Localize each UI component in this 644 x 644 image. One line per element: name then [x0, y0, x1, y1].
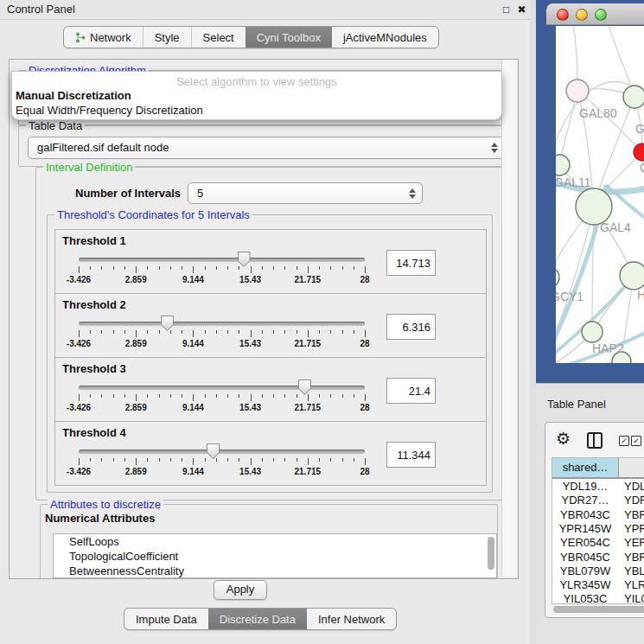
tick-mark [330, 394, 331, 398]
cell-name[interactable]: YBR0 [624, 551, 644, 564]
tab-cyni-toolbox[interactable]: Cyni Toolbox [245, 27, 332, 48]
node-gcy1[interactable] [556, 267, 559, 288]
node-gal11[interactable] [556, 155, 570, 175]
panel-title: Control Panel [7, 3, 75, 16]
slider-thumb[interactable] [207, 443, 220, 459]
split-columns-icon[interactable] [587, 432, 603, 449]
cell-shared-name[interactable]: YDL19… [552, 480, 618, 493]
node[interactable] [620, 262, 644, 290]
cell-name[interactable]: YDR2 [624, 494, 644, 507]
column-header-name[interactable]: na [619, 458, 644, 479]
network-edge[interactable] [592, 207, 594, 332]
tab-jactivemnodules[interactable]: jActiveMNodules [332, 27, 438, 48]
node-table[interactable]: shared… na YDL19…YDL1YDR27…YDR2YBR043CYB… [552, 457, 644, 604]
cell-name[interactable]: YER0 [624, 536, 644, 549]
gear-icon[interactable]: ⚙ [556, 430, 571, 449]
popup-option-equal-width-frequency[interactable]: Equal Width/Frequency Discretization [16, 104, 203, 117]
number-of-intervals-combobox[interactable]: 5 [188, 182, 423, 204]
split-pane-divider[interactable] [530, 0, 536, 644]
close-traffic-icon[interactable] [557, 9, 569, 21]
table-hscrollbar-thumb[interactable] [553, 606, 644, 613]
tab-select[interactable]: Select [191, 27, 245, 48]
tick-mark [330, 266, 331, 270]
column-header-shared-name[interactable]: shared… [552, 458, 619, 479]
cell-shared-name[interactable]: YLR345W [552, 578, 618, 591]
slider-thumb[interactable] [238, 252, 251, 267]
cell-name[interactable]: YLR3 [624, 578, 644, 591]
popup-option-manual-discretization[interactable]: Manual Discretization [16, 89, 131, 102]
attribute-item-topologicalcoefficient[interactable]: TopologicalCoefficient [54, 549, 496, 564]
cell-name[interactable]: YIL0 [624, 592, 644, 604]
minimize-traffic-icon[interactable] [576, 9, 588, 21]
cell-shared-name[interactable]: YBR045C [552, 551, 618, 564]
slider-track[interactable] [79, 450, 365, 454]
node[interactable] [623, 86, 644, 108]
apply-button[interactable]: Apply [214, 580, 267, 600]
slider-track[interactable] [79, 386, 365, 390]
network-window-titlebar[interactable] [546, 3, 644, 25]
threshold-value-field[interactable] [386, 378, 436, 404]
threshold-slider[interactable]: -3.4262.8599.14415.4321.71528 [79, 381, 365, 412]
list-scrollbar[interactable] [488, 537, 494, 570]
network-edge[interactable] [573, 26, 577, 80]
tab-infer-network[interactable]: Infer Network [307, 609, 396, 629]
zoom-traffic-icon[interactable] [595, 9, 607, 21]
tab-network[interactable]: Network [64, 27, 143, 48]
tab-label: Select [203, 31, 234, 44]
slider-track[interactable] [79, 322, 365, 326]
select-columns-icon[interactable]: ✓ [619, 436, 629, 446]
table-row[interactable]: YDL19…YDL1 [552, 480, 644, 494]
tick-mark [136, 330, 137, 337]
threshold-slider[interactable]: -3.4262.8599.14415.4321.71528 [79, 253, 365, 284]
attribute-item-betweennesscentrality[interactable]: BetweennessCentrality [54, 564, 496, 578]
slider-thumb[interactable] [298, 379, 311, 395]
cell-shared-name[interactable]: YER054C [552, 536, 618, 549]
float-window-icon[interactable]: □ [500, 3, 513, 16]
cell-name[interactable]: YPR1 [624, 522, 644, 535]
node-gal80[interactable] [566, 80, 589, 102]
tick-mark [251, 458, 252, 465]
threshold-value-field[interactable] [386, 250, 436, 276]
cell-name[interactable]: YBL0 [624, 564, 644, 577]
select-all-columns-icon[interactable]: ✓ [631, 436, 641, 446]
content-scrollbar-track[interactable] [501, 60, 517, 577]
tick-mark [170, 394, 171, 398]
network-canvas[interactable]: GAL80GAGAL11CGAL4GCY1HHAP2 [556, 26, 644, 363]
table-row[interactable]: YPR145WYPR1 [552, 522, 644, 536]
tab-discretize-data[interactable]: Discretize Data [208, 609, 307, 629]
tab-impute-data[interactable]: Impute Data [124, 609, 208, 629]
tick-mark [365, 330, 366, 337]
cell-shared-name[interactable]: YBR043C [552, 508, 618, 521]
cell-shared-name[interactable]: YDR27… [552, 494, 618, 507]
threshold-slider[interactable]: -3.4262.8599.14415.4321.71528 [79, 317, 365, 348]
tick-mark [365, 266, 366, 273]
node-gal4[interactable] [576, 188, 612, 225]
table-row[interactable]: YBL079WYBL0 [552, 564, 644, 578]
tab-style[interactable]: Style [143, 27, 191, 48]
table-row[interactable]: YDR27…YDR2 [552, 494, 644, 507]
slider-ticks [79, 330, 365, 337]
cell-shared-name[interactable]: YPR145W [552, 522, 618, 535]
threshold-value-field[interactable] [386, 442, 436, 468]
cell-shared-name[interactable]: YBL079W [552, 564, 618, 577]
slider-thumb[interactable] [161, 316, 174, 331]
attribute-item-selfloops[interactable]: SelfLoops [54, 534, 496, 549]
cell-name[interactable]: YBR0 [624, 508, 644, 521]
node-hap2[interactable] [582, 322, 603, 342]
numerical-attributes-list[interactable]: SelfLoopsTopologicalCoefficientBetweenne… [53, 533, 497, 578]
tick-mark [170, 330, 171, 334]
threshold-slider[interactable]: -3.4262.8599.14415.4321.71528 [79, 445, 365, 476]
table-row[interactable]: YER054CYER0 [552, 536, 644, 550]
node-red[interactable] [634, 143, 644, 161]
close-icon[interactable]: ✖ [515, 3, 528, 16]
table-row[interactable]: YIL053CYIL0 [552, 592, 644, 604]
threshold-value-field[interactable] [386, 314, 436, 340]
slider-track[interactable] [79, 258, 365, 262]
table-row[interactable]: YBR045CYBR0 [552, 551, 644, 564]
table-data-combobox[interactable]: galFiltered.sif default node [28, 137, 505, 159]
cell-name[interactable]: YDL1 [624, 480, 644, 493]
tick-label: 15.43 [239, 467, 261, 476]
table-row[interactable]: YBR043CYBR0 [552, 508, 644, 522]
table-row[interactable]: YLR345WYLR3 [552, 578, 644, 592]
cell-shared-name[interactable]: YIL053C [552, 592, 618, 604]
